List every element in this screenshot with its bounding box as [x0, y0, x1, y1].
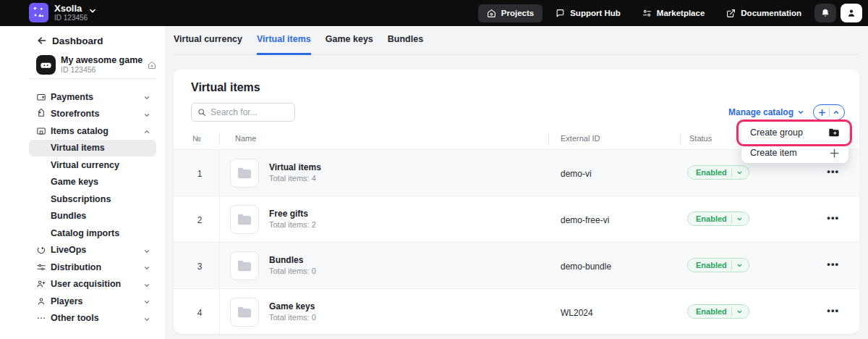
sidebar-item-players[interactable]: Players — [0, 293, 165, 310]
column-divider — [548, 134, 549, 144]
row-actions-button[interactable]: ••• — [827, 166, 839, 177]
tab-game-keys[interactable]: Game keys — [326, 34, 373, 55]
group-subtitle: Total items: 0 — [269, 312, 316, 322]
sidebar-item-storefronts[interactable]: Storefronts — [0, 106, 165, 123]
users-plus-icon — [36, 279, 46, 289]
documentation-button[interactable]: Documentation — [718, 4, 810, 22]
ellipsis-icon — [36, 313, 46, 323]
column-divider — [219, 134, 220, 144]
marketplace-button[interactable]: Marketplace — [634, 4, 713, 22]
search-box[interactable] — [191, 103, 295, 122]
home-small-icon — [148, 61, 156, 70]
group-subtitle: Total items: 2 — [269, 219, 316, 230]
project-switcher[interactable]: My awesome game ID 123456 — [36, 55, 156, 75]
tab-virtual-items[interactable]: Virtual items — [257, 34, 311, 55]
column-number: № — [192, 134, 201, 143]
notifications-button[interactable] — [814, 4, 836, 22]
menu-item-create-group[interactable]: Create group — [741, 122, 848, 143]
chevron-down-icon — [143, 94, 150, 101]
status-badge[interactable]: Enabled — [687, 258, 749, 272]
table-body: 1 Virtual items Total items: 4 demo-vi E… — [174, 149, 859, 334]
arrow-left-icon — [36, 35, 48, 46]
folder-icon — [230, 205, 259, 234]
group-subtitle: Total items: 0 — [269, 266, 316, 276]
status-badge[interactable]: Enabled — [687, 212, 749, 226]
chevron-down-icon — [143, 264, 150, 272]
sidebar-nav: Payments Storefronts Items catalog Virtu… — [0, 88, 165, 327]
catalog-icon — [36, 126, 46, 136]
manage-catalog-dropdown[interactable]: Manage catalog — [728, 107, 804, 117]
chevron-down-icon — [143, 282, 150, 289]
projects-button[interactable]: Projects — [478, 4, 542, 22]
brand-switcher[interactable]: Xsolla ID 123456 — [29, 3, 88, 22]
search-icon — [197, 108, 206, 117]
back-to-dashboard[interactable]: Dashboard — [36, 35, 103, 46]
support-hub-button[interactable]: Support Hub — [547, 4, 629, 22]
row-actions-button[interactable]: ••• — [827, 259, 839, 269]
sidebar-item-bundles[interactable]: Bundles — [0, 208, 165, 225]
row-actions-button[interactable]: ••• — [827, 212, 839, 223]
sidebar-item-virtual-currency[interactable]: Virtual currency — [0, 156, 165, 174]
status-badge[interactable]: Enabled — [687, 304, 749, 319]
gamepad-icon — [36, 55, 56, 75]
column-status: Status — [689, 134, 712, 143]
person-icon — [36, 296, 46, 306]
chevron-down-icon — [143, 316, 150, 323]
external-link-icon — [726, 9, 736, 18]
sidebar-item-subscriptions[interactable]: Subscriptions — [0, 191, 165, 208]
table-row[interactable]: 3 Bundles Total items: 0 demo-bundle Ena… — [174, 242, 859, 288]
external-id: demo-free-vi — [561, 215, 609, 225]
button-divider — [829, 108, 830, 117]
marketplace-label: Marketplace — [657, 9, 705, 17]
create-dropdown-menu: Create group Create item — [741, 122, 848, 163]
folder-icon — [230, 251, 259, 280]
external-id: WL2024 — [561, 308, 593, 318]
row-actions-button[interactable]: ••• — [827, 305, 839, 316]
create-split-button[interactable] — [813, 104, 845, 120]
marketplace-icon — [642, 9, 652, 18]
chevron-down-icon — [736, 170, 743, 176]
topbar: Xsolla ID 123456 Projects Support Hub Ma… — [0, 0, 868, 26]
chat-icon — [556, 9, 565, 18]
project-id: ID 123456 — [61, 65, 148, 75]
folder-icon — [230, 298, 259, 327]
group-name: Virtual items — [269, 162, 321, 173]
group-subtitle: Total items: 4 — [269, 173, 321, 183]
tab-bundles[interactable]: Bundles — [388, 34, 423, 55]
group-name: Bundles — [269, 255, 316, 266]
chevron-down-icon — [797, 109, 804, 116]
project-name: My awesome game — [61, 55, 148, 65]
liveops-icon — [36, 245, 46, 255]
dashboard-label: Dashboard — [52, 35, 103, 46]
sidebar-item-user-acquisition[interactable]: User acquisition — [0, 276, 165, 293]
brand-name: Xsolla — [54, 4, 88, 14]
account-button[interactable] — [841, 4, 862, 22]
sidebar-item-items-catalog[interactable]: Items catalog — [0, 122, 165, 140]
sidebar-item-game-keys[interactable]: Game keys — [0, 174, 165, 191]
documentation-label: Documentation — [741, 9, 801, 17]
sliders-icon — [36, 262, 46, 272]
group-name: Free gifts — [269, 209, 316, 219]
table-row[interactable]: 2 Free gifts Total items: 2 demo-free-vi… — [174, 196, 859, 242]
sidebar-item-liveops[interactable]: LiveOps — [0, 242, 165, 259]
projects-label: Projects — [501, 9, 534, 17]
sidebar-item-virtual-items[interactable]: Virtual items — [29, 140, 156, 157]
plus-icon — [818, 109, 826, 117]
sidebar-item-payments[interactable]: Payments — [0, 88, 165, 106]
menu-item-create-item[interactable]: Create item — [741, 143, 848, 163]
number-column-divider — [219, 149, 220, 334]
sidebar-item-catalog-imports[interactable]: Catalog imports — [0, 225, 165, 242]
tab-virtual-currency[interactable]: Virtual currency — [174, 34, 242, 55]
home-icon — [487, 9, 496, 18]
brand-id: ID 123456 — [54, 14, 88, 22]
search-input[interactable] — [210, 107, 289, 117]
page-title: Virtual items — [191, 81, 260, 94]
status-badge[interactable]: Enabled — [687, 165, 749, 180]
sidebar-item-distribution[interactable]: Distribution — [0, 259, 165, 276]
table-row[interactable]: 4 Game keys Total items: 0 WL2024 Enable… — [174, 288, 859, 334]
sidebar-item-other-tools[interactable]: Other tools — [0, 310, 165, 327]
brand-chevron-down-icon[interactable] — [88, 7, 97, 15]
user-icon — [846, 8, 856, 18]
column-external-id: External ID — [561, 134, 600, 143]
tag-icon — [36, 109, 46, 119]
